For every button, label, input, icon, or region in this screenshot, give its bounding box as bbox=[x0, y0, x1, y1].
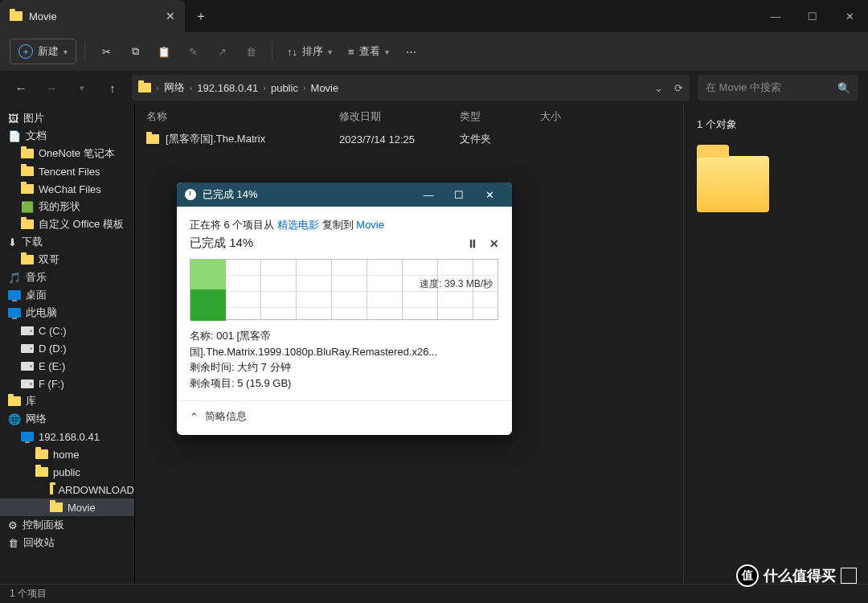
breadcrumb[interactable]: › 网络 › 192.168.0.41 › public › Movie ⌄ ⟳ bbox=[132, 75, 690, 100]
dst-link[interactable]: Movie bbox=[356, 219, 384, 231]
paste-icon[interactable]: 📋 bbox=[151, 39, 177, 64]
cut-icon[interactable]: ✂ bbox=[93, 39, 119, 64]
up-button[interactable]: ↑ bbox=[101, 81, 124, 95]
search-icon: 🔍 bbox=[837, 82, 850, 94]
delete-icon[interactable]: 🗑 bbox=[238, 39, 264, 64]
tree-node[interactable]: Tencent Files bbox=[0, 162, 134, 180]
tree-node[interactable]: OneNote 笔记本 bbox=[0, 145, 134, 162]
progress-text: 已完成 14% bbox=[190, 236, 253, 251]
search-input[interactable]: 在 Movie 中搜索 🔍 bbox=[698, 75, 858, 100]
view-icon: ≡ bbox=[348, 46, 354, 58]
nav-tree[interactable]: 🖼图片📄文档OneNote 笔记本Tencent FilesWeChat Fil… bbox=[0, 105, 135, 584]
breadcrumb-seg[interactable]: Movie bbox=[311, 82, 339, 94]
recent-chevron-icon[interactable]: ▾ bbox=[71, 83, 93, 93]
tree-node[interactable]: ARDOWNLOAD bbox=[0, 481, 134, 498]
watermark: 值 什么值得买 bbox=[736, 564, 857, 587]
rename-icon[interactable]: ✎ bbox=[180, 39, 206, 64]
more-icon[interactable]: ⋯ bbox=[399, 39, 424, 64]
tree-node[interactable]: C (C:) bbox=[0, 322, 134, 339]
close-tab-icon[interactable]: ✕ bbox=[166, 10, 175, 23]
tree-node[interactable]: ⚙控制面板 bbox=[0, 516, 134, 534]
tree-node[interactable]: E (E:) bbox=[0, 357, 134, 375]
tree-node[interactable]: 🗑回收站 bbox=[0, 534, 134, 552]
fold-y-icon bbox=[50, 485, 53, 494]
copy-description: 正在将 6 个项目从 精选电影 复制到 Movie bbox=[190, 218, 499, 232]
chevron-right-icon: › bbox=[190, 83, 193, 92]
plus-icon: + bbox=[18, 44, 33, 59]
breadcrumb-seg[interactable]: 网络 bbox=[164, 80, 185, 95]
tree-node[interactable]: public bbox=[0, 463, 134, 481]
dialog-title: 已完成 14% bbox=[203, 187, 258, 202]
tree-node[interactable]: 📄文档 bbox=[0, 127, 134, 145]
pause-button[interactable]: ⏸ bbox=[467, 237, 478, 250]
col-name[interactable]: 名称 bbox=[146, 109, 339, 124]
folder-large-icon bbox=[697, 156, 769, 212]
fold-y-icon bbox=[8, 396, 21, 406]
view-button[interactable]: ≡ 查看 ▾ bbox=[342, 39, 395, 64]
pic-icon: 🖼 bbox=[8, 113, 18, 125]
tree-node[interactable]: home bbox=[0, 445, 134, 463]
tree-node[interactable]: 🎵音乐 bbox=[0, 269, 134, 286]
chevron-down-icon[interactable]: ⌄ bbox=[654, 82, 663, 94]
fold-y-icon bbox=[21, 255, 34, 265]
col-size[interactable]: 大小 bbox=[540, 109, 604, 124]
minimize-icon[interactable]: — bbox=[757, 0, 794, 32]
sort-icon: ↑↓ bbox=[287, 46, 297, 58]
folder-icon bbox=[10, 11, 23, 21]
chevron-up-icon: ⌃ bbox=[190, 411, 199, 423]
sort-button[interactable]: ↑↓ 排序 ▾ bbox=[280, 39, 338, 64]
tree-node[interactable]: 🟩我的形状 bbox=[0, 198, 134, 215]
drive-icon bbox=[21, 326, 34, 335]
cancel-button[interactable]: ✕ bbox=[489, 237, 499, 250]
dlg-maximize-icon[interactable]: ☐ bbox=[444, 186, 473, 203]
tree-node[interactable]: ⬇下载 bbox=[0, 233, 134, 251]
column-headers[interactable]: 名称 修改日期 类型 大小 bbox=[135, 105, 683, 129]
fold-y-icon bbox=[21, 184, 34, 194]
fold-y-icon bbox=[21, 149, 34, 158]
tree-node[interactable]: 此电脑 bbox=[0, 304, 134, 322]
dialog-titlebar[interactable]: 已完成 14% — ☐ ✕ bbox=[177, 183, 512, 207]
refresh-icon[interactable]: ⟳ bbox=[674, 82, 683, 94]
tree-node[interactable]: F (F:) bbox=[0, 375, 134, 392]
tree-node[interactable]: D (D:) bbox=[0, 339, 134, 357]
share-icon[interactable]: ↗ bbox=[209, 39, 235, 64]
clock-icon bbox=[185, 189, 196, 200]
tree-node[interactable]: 🌐网络 bbox=[0, 410, 134, 428]
tab-movie[interactable]: Movie ✕ bbox=[0, 0, 185, 32]
breadcrumb-seg[interactable]: public bbox=[271, 82, 298, 94]
src-link[interactable]: 精选电影 bbox=[277, 219, 319, 231]
collapse-toggle[interactable]: ⌃ 简略信息 bbox=[177, 400, 512, 435]
breadcrumb-seg[interactable]: 192.168.0.41 bbox=[197, 82, 258, 94]
tree-node[interactable]: 🖼图片 bbox=[0, 109, 134, 127]
nav-row: ← → ▾ ↑ › 网络 › 192.168.0.41 › public › M… bbox=[0, 71, 868, 105]
copy-dialog: 已完成 14% — ☐ ✕ 正在将 6 个项目从 精选电影 复制到 Movie … bbox=[177, 183, 512, 435]
drive-icon bbox=[21, 362, 34, 371]
separator bbox=[272, 43, 272, 60]
new-button[interactable]: + 新建 ▾ bbox=[10, 39, 76, 64]
tree-node[interactable]: 192.168.0.41 bbox=[0, 428, 134, 445]
new-tab-button[interactable]: ＋ bbox=[185, 8, 217, 25]
folder-icon bbox=[146, 134, 159, 144]
col-date[interactable]: 修改日期 bbox=[339, 109, 460, 124]
forward-button[interactable]: → bbox=[40, 81, 63, 95]
dlg-minimize-icon[interactable]: — bbox=[414, 186, 443, 203]
copy-icon[interactable]: ⧉ bbox=[122, 39, 148, 64]
tree-node[interactable]: 桌面 bbox=[0, 286, 134, 304]
back-button[interactable]: ← bbox=[10, 81, 32, 95]
col-type[interactable]: 类型 bbox=[460, 109, 540, 124]
smzdm-badge-icon: 值 bbox=[736, 564, 759, 587]
pc-icon bbox=[8, 308, 21, 318]
tree-node[interactable]: 双哥 bbox=[0, 251, 134, 269]
close-window-icon[interactable]: ✕ bbox=[831, 0, 868, 32]
maximize-icon[interactable]: ☐ bbox=[794, 0, 831, 32]
tree-node[interactable]: WeChat Files bbox=[0, 180, 134, 198]
pcnet-icon bbox=[21, 432, 34, 441]
tree-node[interactable]: 自定义 Office 模板 bbox=[0, 215, 134, 233]
qr-icon bbox=[841, 568, 857, 584]
tree-node[interactable]: Movie bbox=[0, 498, 134, 516]
tree-node[interactable]: 库 bbox=[0, 392, 134, 410]
dlg-close-icon[interactable]: ✕ bbox=[475, 186, 504, 203]
file-row[interactable]: [黑客帝国].The.Matrix 2023/7/14 12:25 文件夹 bbox=[135, 129, 683, 150]
copy-meta: 名称: 001 [黑客帝国].The.Matrix.1999.1080p.Blu… bbox=[190, 328, 499, 391]
cp-icon: ⚙ bbox=[8, 519, 18, 531]
